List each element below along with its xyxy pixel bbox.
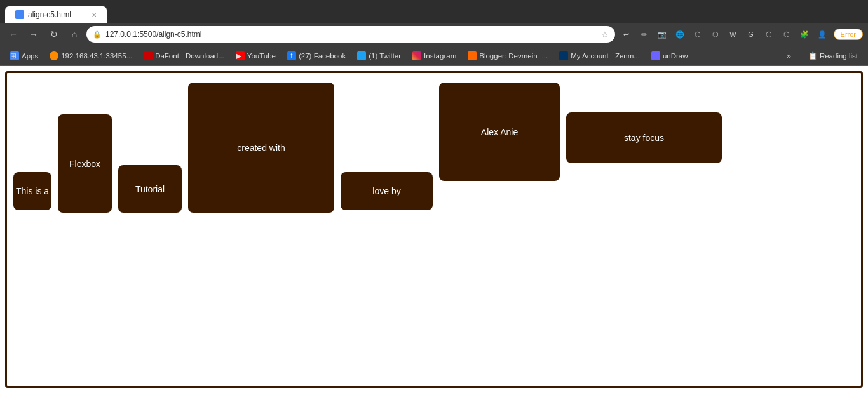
bookmark-twitter-label: (1) Twitter <box>369 52 401 60</box>
box-tutorial: Tutorial <box>118 165 182 213</box>
tab-favicon <box>15 10 24 19</box>
bookmark-youtube-label: YouTube <box>247 52 276 60</box>
history-icon[interactable]: ↩ <box>619 27 634 42</box>
puzzle-icon[interactable]: 🧩 <box>797 27 812 42</box>
bookmark-facebook[interactable]: f (27) Facebook <box>282 50 351 62</box>
dafont-icon <box>144 51 153 60</box>
box-loveby: love by <box>341 172 433 210</box>
bookmark-zenm[interactable]: My Account - Zenm... <box>554 50 645 62</box>
wp-icon[interactable]: W <box>726 27 741 42</box>
nav-bar: ← → ↻ ⌂ 🔒 127.0.0.1:5500/align-c5.html ☆… <box>0 23 868 46</box>
nav-icons: ↩ ✏ 📷 🌐 ⬡ ⬡ W G ⬡ ⬡ 🧩 👤 <box>619 27 830 42</box>
bookmark-apps-label: Apps <box>22 52 38 60</box>
pocket-icon[interactable]: ⬡ <box>708 27 723 42</box>
youtube-icon: ▶ <box>236 51 245 60</box>
browser-icon[interactable]: 🌐 <box>672 27 688 42</box>
box-loveby-label: love by <box>372 186 400 196</box>
local-icon <box>50 51 58 60</box>
instagram-icon <box>412 51 421 60</box>
page-content: This is a Flexbox Tutorial created with … <box>0 66 868 393</box>
forward-button[interactable]: → <box>25 26 42 43</box>
bookmark-dafont[interactable]: DaFont - Download... <box>139 50 229 62</box>
box-stayfocus-label: stay focus <box>624 133 664 143</box>
screenshot-icon[interactable]: 📷 <box>654 27 670 42</box>
home-button[interactable]: ⌂ <box>66 26 83 43</box>
bookmark-blogger[interactable]: Blogger: Devmein -... <box>463 50 553 62</box>
blogger-icon <box>468 51 477 60</box>
box-created: created with <box>188 83 334 213</box>
bookmark-instagram-label: Instagram <box>424 52 456 60</box>
box-this: This is a <box>13 172 51 210</box>
bookmarks-more-button[interactable]: » <box>783 50 795 62</box>
box-created-label: created with <box>237 143 285 153</box>
back-button[interactable]: ← <box>5 26 22 43</box>
ext1-icon[interactable]: ⬡ <box>761 27 776 42</box>
reload-button[interactable]: ↻ <box>46 26 62 43</box>
bookmarks-separator <box>799 50 799 62</box>
tab-close-btn[interactable]: ✕ <box>92 11 97 18</box>
facebook-icon: f <box>287 51 296 60</box>
box-alexanie-label: Alex Anie <box>481 127 518 137</box>
ext2-icon[interactable]: ⬡ <box>779 27 794 42</box>
box-this-label: This is a <box>16 186 49 196</box>
reading-list-icon: 📋 <box>808 51 817 60</box>
bookmark-youtube[interactable]: ▶ YouTube <box>231 50 281 62</box>
bookmarks-bar: ⊞ Apps 192.168.43.1:33455... DaFont - Do… <box>0 46 868 66</box>
bookmark-blogger-label: Blogger: Devmein -... <box>479 52 548 60</box>
pen-icon[interactable]: ✏ <box>637 27 652 42</box>
bookmark-local-label: 192.168.43.1:33455... <box>61 52 132 60</box>
bookmark-twitter[interactable]: (1) Twitter <box>352 50 406 62</box>
flex-container: This is a Flexbox Tutorial created with … <box>13 79 855 213</box>
bookmark-local[interactable]: 192.168.43.1:33455... <box>44 50 137 62</box>
bookmark-dafont-label: DaFont - Download... <box>155 52 224 60</box>
bookmark-undraw[interactable]: unDraw <box>646 50 693 62</box>
lastpass-icon[interactable]: ⬡ <box>690 27 705 42</box>
box-flexbox-label: Flexbox <box>69 159 100 169</box>
twitter-icon <box>357 51 366 60</box>
active-tab[interactable]: align-c5.html ✕ <box>5 6 107 23</box>
reading-list-button[interactable]: 📋 Reading list <box>803 50 863 62</box>
tab-label: align-c5.html <box>28 10 71 19</box>
star-icon[interactable]: ☆ <box>601 30 609 39</box>
bookmark-undraw-label: unDraw <box>663 52 688 60</box>
page-inner: This is a Flexbox Tutorial created with … <box>5 71 863 388</box>
box-flexbox: Flexbox <box>58 114 112 213</box>
address-bar[interactable]: 🔒 127.0.0.1:5500/align-c5.html ☆ <box>86 26 615 43</box>
address-text: 127.0.0.1:5500/align-c5.html <box>105 30 597 39</box>
bookmark-apps[interactable]: ⊞ Apps <box>5 50 43 62</box>
bookmark-instagram[interactable]: Instagram <box>407 50 461 62</box>
error-button[interactable]: Error <box>834 29 863 40</box>
bookmark-facebook-label: (27) Facebook <box>299 52 346 60</box>
zenm-icon <box>559 51 568 60</box>
browser-window: align-c5.html ✕ ← → ↻ ⌂ 🔒 127.0.0.1:5500… <box>0 0 868 393</box>
box-alexanie: Alex Anie <box>439 83 560 181</box>
reading-list-label: Reading list <box>820 52 858 60</box>
grammarly-icon[interactable]: G <box>743 27 759 42</box>
undraw-icon <box>651 51 660 60</box>
box-tutorial-label: Tutorial <box>135 184 165 194</box>
tab-bar: align-c5.html ✕ <box>0 0 868 23</box>
box-stayfocus: stay focus <box>566 112 722 163</box>
apps-icon: ⊞ <box>10 51 19 60</box>
profile-icon[interactable]: 👤 <box>815 27 830 42</box>
lock-icon: 🔒 <box>93 30 102 39</box>
bookmark-zenm-label: My Account - Zenm... <box>571 52 640 60</box>
